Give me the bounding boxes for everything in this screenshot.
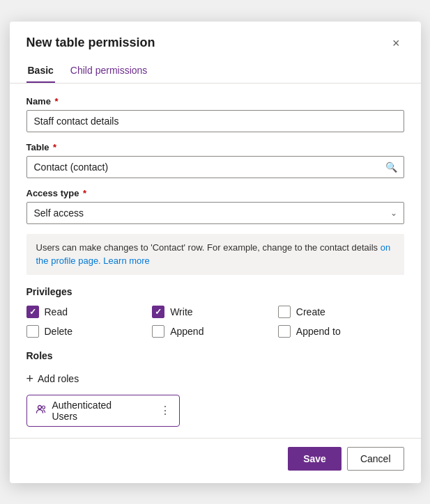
plus-icon: + [26,372,34,385]
name-field-group: Name * [26,96,404,132]
access-type-field-group: Access type * Self access Global access … [26,188,404,224]
tab-basic[interactable]: Basic [26,59,55,83]
profile-page-link[interactable]: on the profile page. [36,242,391,267]
access-type-select[interactable]: Self access Global access Parent access [26,202,404,224]
table-input[interactable] [26,156,404,178]
svg-point-1 [42,406,45,409]
table-input-wrapper: 🔍 [26,156,404,178]
user-group-icon [36,404,47,417]
privileges-grid: Read Write Create Delete [26,306,404,338]
name-input[interactable] [26,110,404,132]
checkbox-delete[interactable] [26,325,39,338]
privilege-append-label: Append [170,326,204,337]
access-type-label: Access type * [26,188,404,198]
save-button[interactable]: Save [288,447,341,471]
modal-body: Name * Table * 🔍 Access type * Self acce… [10,84,421,438]
privileges-group: Privileges Read Write Create [26,286,404,338]
privilege-read: Read [26,306,153,318]
privilege-append-to: Append to [278,325,404,338]
role-tag-authenticated-users: Authenticated Users ⋮ [26,395,180,427]
modal-footer: Save Cancel [10,438,421,483]
modal-title: New table permission [26,36,155,50]
access-type-info: Users can make changes to 'Contact' row.… [26,234,404,275]
access-type-wrapper: Self access Global access Parent access … [26,202,404,224]
tab-child-permissions[interactable]: Child permissions [69,59,148,83]
name-label: Name * [26,96,404,107]
checkbox-append[interactable] [152,325,164,338]
modal-header: New table permission × [10,22,421,59]
ellipsis-icon[interactable]: ⋮ [160,404,171,417]
tab-bar: Basic Child permissions [10,59,421,84]
privilege-create-label: Create [296,306,325,317]
roles-section: Roles + Add roles Authenticated Users ⋮ [26,350,404,427]
add-roles-button[interactable]: + Add roles [26,370,79,388]
modal-dialog: New table permission × Basic Child permi… [10,22,421,483]
privilege-append: Append [152,325,278,338]
checkbox-append-to[interactable] [278,325,291,338]
checkbox-read[interactable] [26,306,39,318]
privilege-write: Write [152,306,278,318]
privilege-create: Create [278,306,404,318]
privileges-label: Privileges [26,286,404,297]
roles-label: Roles [26,350,404,361]
learn-more-link[interactable]: Learn more [103,255,149,266]
privilege-append-to-label: Append to [296,326,341,337]
privilege-read-label: Read [45,306,68,317]
role-name: Authenticated Users [52,400,133,422]
privilege-write-label: Write [170,306,192,317]
privilege-delete-label: Delete [45,326,72,337]
svg-point-0 [38,406,41,409]
checkbox-create[interactable] [278,306,291,318]
table-field-group: Table * 🔍 [26,142,404,178]
privilege-delete: Delete [26,325,153,338]
table-label: Table * [26,142,404,152]
close-button[interactable]: × [388,36,404,51]
cancel-button[interactable]: Cancel [347,447,404,471]
checkbox-write[interactable] [152,306,164,318]
